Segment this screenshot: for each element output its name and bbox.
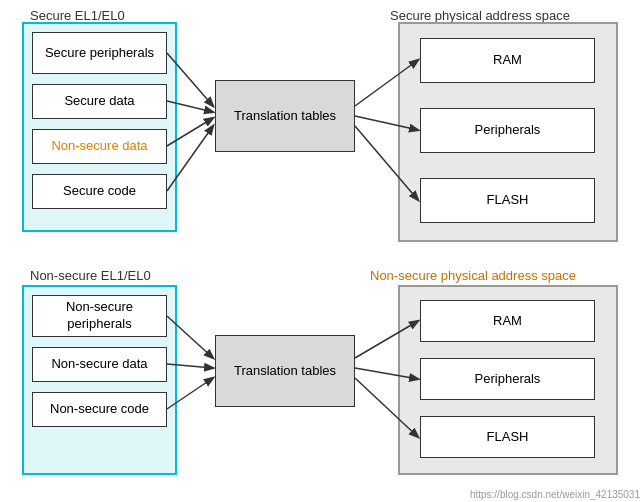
translation-tables-bottom: Translation tables (215, 335, 355, 407)
nonsecure-peripherals-box: Non-secure peripherals (32, 295, 167, 337)
peripherals-bottom-box: Peripherals (420, 358, 595, 400)
nonsecure-data-box-top: Non-secure data (32, 129, 167, 164)
watermark: https://blog.csdn.net/weixin_42135031 (470, 489, 640, 500)
diagram: Secure EL1/EL0 Non-secure EL1/EL0 Secure… (0, 0, 644, 502)
secure-data-box: Secure data (32, 84, 167, 119)
secure-phys-label: Secure physical address space (390, 8, 570, 23)
peripherals-top-box: Peripherals (420, 108, 595, 153)
flash-bottom-box: FLASH (420, 416, 595, 458)
nonsecure-phys-label: Non-secure physical address space (370, 268, 576, 283)
flash-top-box: FLASH (420, 178, 595, 223)
ram-bottom-box: RAM (420, 300, 595, 342)
ram-top-box: RAM (420, 38, 595, 83)
translation-tables-top: Translation tables (215, 80, 355, 152)
secure-peripherals-box: Secure peripherals (32, 32, 167, 74)
nonsecure-el-label: Non-secure EL1/EL0 (30, 268, 151, 283)
secure-el-label: Secure EL1/EL0 (30, 8, 125, 23)
secure-code-box: Secure code (32, 174, 167, 209)
nonsecure-data-box-bottom: Non-secure data (32, 347, 167, 382)
nonsecure-code-box: Non-secure code (32, 392, 167, 427)
